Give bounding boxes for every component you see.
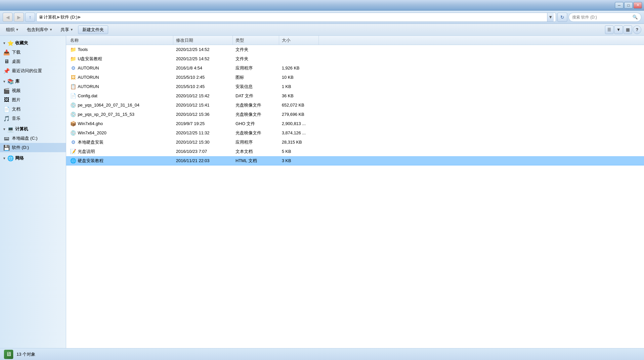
file-name: pe_yqs_xp_20_07_31_15_53 bbox=[78, 112, 134, 117]
include-menu[interactable]: 包含到库中 ▼ bbox=[23, 25, 56, 34]
new-folder-button[interactable]: 新建文件夹 bbox=[78, 25, 108, 34]
recent-label: 最近访问的位置 bbox=[12, 68, 42, 74]
table-row[interactable]: 📝 光盘说明 2016/10/23 7:07 文本文档 5 KB bbox=[66, 147, 644, 156]
file-size: 3,874,126 ... bbox=[282, 130, 306, 135]
back-button[interactable]: ◀ bbox=[3, 13, 13, 22]
computer-icon: 💻 bbox=[7, 126, 14, 132]
library-label: 库 bbox=[15, 78, 20, 84]
file-type-cell: 光盘映像文件 bbox=[233, 130, 279, 136]
file-name-cell: 💿 pe_yqs_1064_20_07_31_16_04 bbox=[67, 102, 173, 108]
help-button[interactable]: ? bbox=[633, 25, 641, 34]
file-date-cell: 2020/10/12 15:42 bbox=[173, 93, 233, 98]
computer-part[interactable]: 计算机 bbox=[44, 14, 57, 20]
view-dropdown-button[interactable]: ▼ bbox=[614, 25, 623, 34]
sidebar-item-video[interactable]: 🎬 视频 bbox=[0, 86, 66, 95]
address-bar[interactable]: 🖥 计算机 ▶ 软件 (D:) ▶ ▼ bbox=[36, 13, 556, 22]
table-row[interactable]: 💿 pe_yqs_xp_20_07_31_15_53 2020/10/12 15… bbox=[66, 110, 644, 119]
file-type: 应用程序 bbox=[236, 139, 253, 145]
statusbar: 🖥 13 个对象 bbox=[0, 348, 644, 360]
file-icon: 🌐 bbox=[70, 158, 76, 164]
column-date-header[interactable]: 修改日期 bbox=[173, 36, 233, 45]
sidebar: ▼ ⭐ 收藏夹 📥 下载 🖥 桌面 📌 最近访问的位置 ▼ 📚 库 bbox=[0, 36, 66, 348]
file-icon: 💿 bbox=[70, 112, 76, 117]
sidebar-item-local-c[interactable]: 🖴 本地磁盘 (C:) bbox=[0, 134, 66, 143]
file-icon: 💿 bbox=[70, 102, 76, 108]
sidebar-item-recent[interactable]: 📌 最近访问的位置 bbox=[0, 66, 66, 75]
minimize-button[interactable]: ─ bbox=[615, 2, 623, 9]
table-row[interactable]: 📋 AUTORUN 2015/5/10 2:45 安装信息 1 KB bbox=[66, 82, 644, 91]
view-list-button[interactable]: ☰ bbox=[605, 25, 614, 34]
search-input[interactable] bbox=[572, 15, 631, 20]
file-icon: 📄 bbox=[70, 93, 76, 99]
sidebar-item-downloads[interactable]: 📥 下载 bbox=[0, 48, 66, 57]
table-row[interactable]: 💿 Win7x64_2020 2020/12/25 11:32 光盘映像文件 3… bbox=[66, 128, 644, 138]
column-name-header[interactable]: 名称 bbox=[67, 36, 173, 45]
table-row[interactable]: 📦 Win7x64.gho 2019/9/7 19:25 GHO 文件 2,90… bbox=[66, 119, 644, 128]
sidebar-item-desktop[interactable]: 🖥 桌面 bbox=[0, 57, 66, 66]
table-row[interactable]: 📁 Tools 2020/12/25 14:52 文件夹 bbox=[66, 45, 644, 54]
maximize-button[interactable]: □ bbox=[624, 2, 633, 9]
forward-button[interactable]: ▶ bbox=[14, 13, 24, 22]
file-type-cell: 图标 bbox=[233, 74, 279, 80]
file-type-cell: 光盘映像文件 bbox=[233, 102, 279, 108]
share-menu[interactable]: 共享 ▼ bbox=[57, 25, 77, 34]
file-type: 应用程序 bbox=[236, 65, 253, 71]
file-modified: 2020/12/25 14:52 bbox=[176, 56, 209, 61]
organize-menu[interactable]: 组织 ▼ bbox=[3, 25, 22, 34]
preview-button[interactable]: ▦ bbox=[623, 25, 632, 34]
computer-arrow: ▼ bbox=[3, 127, 6, 131]
file-date-cell: 2020/12/25 14:52 bbox=[173, 47, 233, 52]
file-icon: 📋 bbox=[70, 84, 76, 90]
file-date-cell: 2020/10/12 15:41 bbox=[173, 103, 233, 108]
table-row[interactable]: 📄 Config.dat 2020/10/12 15:42 DAT 文件 36 … bbox=[66, 91, 644, 101]
desktop-label: 桌面 bbox=[12, 59, 21, 65]
file-type: 安装信息 bbox=[236, 84, 253, 90]
close-button[interactable]: ✕ bbox=[633, 2, 642, 9]
menubar: 组织 ▼ 包含到库中 ▼ 共享 ▼ 新建文件夹 ☰ ▼ ▦ ? bbox=[0, 24, 644, 36]
file-modified: 2020/12/25 11:32 bbox=[176, 130, 209, 135]
favorites-header[interactable]: ▼ ⭐ 收藏夹 bbox=[0, 38, 66, 48]
table-row[interactable]: ⚙ 本地硬盘安装 2020/10/12 15:30 应用程序 28,315 KB bbox=[66, 138, 644, 147]
sidebar-item-image[interactable]: 🖼 图片 bbox=[0, 95, 66, 105]
table-row[interactable]: 💿 pe_yqs_1064_20_07_31_16_04 2020/10/12 … bbox=[66, 101, 644, 110]
file-name-cell: 📦 Win7x64.gho bbox=[67, 121, 173, 127]
file-size: 10 KB bbox=[282, 75, 293, 80]
computer-header[interactable]: ▼ 💻 计算机 bbox=[0, 124, 66, 134]
favorites-arrow: ▼ bbox=[3, 41, 6, 45]
file-date-cell: 2020/12/25 14:52 bbox=[173, 56, 233, 61]
include-label: 包含到库中 bbox=[27, 27, 48, 33]
network-arrow: ▼ bbox=[3, 157, 6, 160]
file-date-cell: 2015/5/10 2:45 bbox=[173, 75, 233, 80]
file-icon: ⚙ bbox=[70, 139, 76, 145]
sidebar-item-music[interactable]: 🎵 音乐 bbox=[0, 114, 66, 123]
file-size: 3 KB bbox=[282, 158, 291, 163]
address-path: 🖥 计算机 ▶ 软件 (D:) ▶ bbox=[39, 14, 546, 20]
up-button[interactable]: ↑ bbox=[25, 13, 35, 22]
file-type: 文件夹 bbox=[236, 47, 248, 53]
file-type-cell: 安装信息 bbox=[233, 84, 279, 90]
library-section: ▼ 📚 库 🎬 视频 🖼 图片 📄 文档 🎵 音乐 bbox=[0, 77, 66, 123]
file-icon: 💿 bbox=[70, 130, 76, 136]
column-size-header[interactable]: 大小 bbox=[279, 36, 319, 45]
file-modified: 2020/12/25 14:52 bbox=[176, 47, 209, 52]
sidebar-item-software-d[interactable]: 💾 软件 (D:) bbox=[0, 143, 66, 152]
column-type-header[interactable]: 类型 bbox=[233, 36, 279, 45]
file-size-cell: 652,072 KB bbox=[279, 103, 319, 108]
file-modified: 2019/9/7 19:25 bbox=[176, 121, 205, 126]
file-name-cell: 💿 Win7x64_2020 bbox=[67, 130, 173, 136]
address-dropdown-button[interactable]: ▼ bbox=[547, 13, 554, 22]
file-type-cell: DAT 文件 bbox=[233, 93, 279, 99]
network-header[interactable]: ▼ 🌐 网络 bbox=[0, 154, 66, 163]
file-type-cell: 文件夹 bbox=[233, 56, 279, 62]
file-type: 光盘映像文件 bbox=[236, 102, 261, 108]
software-part[interactable]: 软件 (D:) bbox=[61, 14, 77, 20]
library-header[interactable]: ▼ 📚 库 bbox=[0, 77, 66, 86]
table-row[interactable]: ⚙ AUTORUN 2016/1/8 4:54 应用程序 1,926 KB bbox=[66, 64, 644, 73]
table-row[interactable]: 🌐 硬盘安装教程 2016/11/21 22:03 HTML 文档 3 KB bbox=[66, 156, 644, 165]
file-modified: 2016/11/21 22:03 bbox=[176, 158, 209, 163]
table-row[interactable]: 🖼 AUTORUN 2015/5/10 2:45 图标 10 KB bbox=[66, 73, 644, 82]
titlebar: ─ □ ✕ bbox=[0, 0, 644, 11]
refresh-button[interactable]: ↻ bbox=[557, 13, 567, 22]
table-row[interactable]: 📁 U盘安装教程 2020/12/25 14:52 文件夹 bbox=[66, 54, 644, 64]
sidebar-item-docs[interactable]: 📄 文档 bbox=[0, 105, 66, 114]
